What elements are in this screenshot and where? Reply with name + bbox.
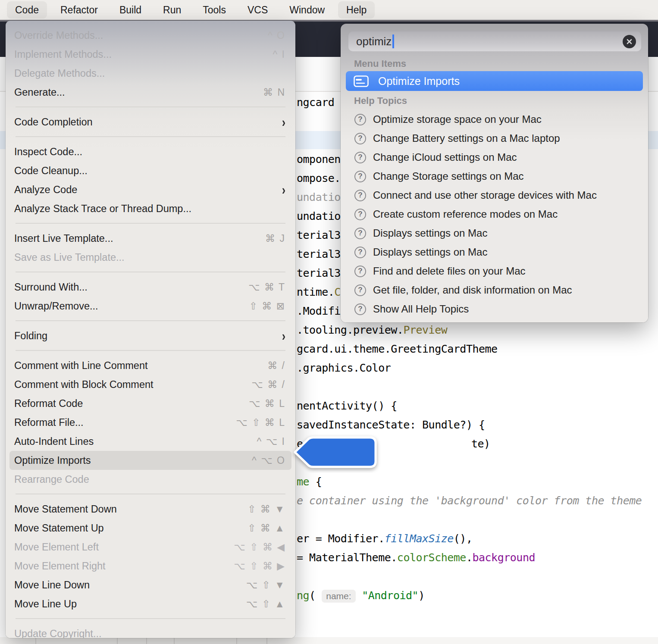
question-mark-icon: ? <box>354 133 366 144</box>
menu-item-code-completion[interactable]: Code Completion› <box>9 113 291 131</box>
menu-item-shortcut: ⇧ ⌘ ▲ <box>248 522 285 534</box>
menubar-item-build[interactable]: Build <box>111 1 150 19</box>
help-topic-find-and-delete-files-on-your-mac[interactable]: ?Find and delete files on your Mac <box>341 262 648 281</box>
menu-item-move-statement-down[interactable]: Move Statement Down⇧ ⌘ ▼ <box>9 500 291 519</box>
menu-item-generate[interactable]: Generate...⌘ N <box>9 83 291 102</box>
menubar-item-refactor[interactable]: Refactor <box>52 1 106 19</box>
menu-bar: CodeRefactorBuildRunToolsVCSWindowHelp <box>0 0 658 20</box>
help-topic-label: Displays settings on Mac <box>373 227 487 239</box>
menu-item-move-element-right: Move Element Right⌥ ⇧ ⌘ ▶ <box>9 556 291 575</box>
clear-search-button[interactable] <box>623 35 636 48</box>
help-topic-label: Displays settings on Mac <box>373 246 487 258</box>
menu-item-shortcut: ⌥ ⇧ ▼ <box>246 579 285 591</box>
help-topic-change-icloud-settings-on-mac[interactable]: ?Change iCloud settings on Mac <box>341 148 648 167</box>
help-topic-get-file-folder-and-disk-information-on-mac[interactable]: ?Get file, folder, and disk information … <box>341 281 648 300</box>
help-topic-label: Change Storage settings on Mac <box>373 170 524 182</box>
help-topic-change-battery-settings-on-a-mac-laptop[interactable]: ?Change Battery settings on a Mac laptop <box>341 129 648 148</box>
menu-item-label: Update Copyright... <box>14 628 285 638</box>
menu-item-implement-methods: Implement Methods...^ I <box>9 45 291 64</box>
menu-item-auto-indent-lines[interactable]: Auto-Indent Lines^ ⌥ I <box>9 432 291 451</box>
menu-item-shortcut: ⌘ N <box>263 87 285 98</box>
help-topic-displays-settings-on-mac[interactable]: ?Displays settings on Mac <box>341 243 648 262</box>
menu-item-comment-with-line-comment[interactable]: Comment with Line Comment⌘ / <box>9 356 291 375</box>
menu-item-analyze-stack-trace-or-thread-dump[interactable]: Analyze Stack Trace or Thread Dump... <box>9 199 291 218</box>
menu-item-shortcut: ⌘ J <box>265 233 285 244</box>
menu-item-code-cleanup[interactable]: Code Cleanup... <box>9 161 291 180</box>
menu-item-reformat-code[interactable]: Reformat Code⌥ ⌘ L <box>9 394 291 413</box>
menu-separator <box>16 136 285 137</box>
menubar-item-tools[interactable]: Tools <box>194 1 234 19</box>
menu-item-update-copyright: Update Copyright... <box>9 624 291 638</box>
menu-separator <box>16 272 285 272</box>
menu-item-rearrange-code: Rearrange Code <box>9 470 291 489</box>
question-mark-icon: ? <box>354 152 366 163</box>
menu-item-move-element-left: Move Element Left⌥ ⇧ ⌘ ◀ <box>9 538 291 556</box>
menu-item-comment-with-block-comment[interactable]: Comment with Block Comment⌥ ⌘ / <box>9 375 291 394</box>
callout-arrow <box>288 431 383 473</box>
menu-item-label: Rearrange Code <box>14 474 285 485</box>
menu-item-unwrap-remove[interactable]: Unwrap/Remove...⇧ ⌘ ⊠ <box>9 297 291 316</box>
menu-item-analyze-code[interactable]: Analyze Code› <box>9 180 291 199</box>
help-search-input[interactable]: optimiz <box>348 31 641 51</box>
menu-item-shortcut: ⌥ ⇧ ⌘ L <box>236 417 285 428</box>
menu-item-label: Insert Live Template... <box>14 233 265 244</box>
menu-item-inspect-code[interactable]: Inspect Code... <box>9 142 291 161</box>
help-topic-label: Change Battery settings on a Mac laptop <box>373 132 560 144</box>
menu-item-folding[interactable]: Folding› <box>9 326 291 345</box>
code-line: = MaterialTheme.colorScheme.background <box>297 551 535 565</box>
code-line: te) <box>471 437 490 451</box>
question-mark-icon: ? <box>354 247 366 258</box>
menu-item-label: Move Statement Up <box>14 522 248 534</box>
menu-item-override-methods: Override Methods...^ O <box>9 26 291 45</box>
submenu-chevron-icon: › <box>282 182 285 197</box>
menu-item-label: Move Element Left <box>14 541 234 553</box>
menu-item-delegate-methods: Delegate Methods... <box>9 64 291 83</box>
help-topic-label: Show All Help Topics <box>373 303 469 315</box>
menu-item-label: Reformat Code <box>14 398 249 410</box>
menu-separator <box>16 494 285 494</box>
menubar-item-vcs[interactable]: VCS <box>239 1 276 19</box>
help-topic-change-storage-settings-on-mac[interactable]: ?Change Storage settings on Mac <box>341 167 648 186</box>
menu-item-label: Delegate Methods... <box>14 68 285 79</box>
code-line: gcard.ui.theme.GreetingCardTheme <box>297 342 498 356</box>
question-mark-icon: ? <box>354 303 366 315</box>
code-line: omponen <box>297 153 341 166</box>
help-topic-connect-and-use-other-storage-devices-with-mac[interactable]: ?Connect and use other storage devices w… <box>341 186 648 205</box>
help-topic-label: Create custom reference modes on Mac <box>373 208 558 220</box>
code-line: savedInstanceState: Bundle?) { <box>297 418 485 432</box>
code-line: ntime.C <box>297 285 341 299</box>
menu-item-move-line-down[interactable]: Move Line Down⌥ ⇧ ▼ <box>9 575 291 594</box>
menubar-item-run[interactable]: Run <box>155 1 189 19</box>
help-topic-create-custom-reference-modes-on-mac[interactable]: ?Create custom reference modes on Mac <box>341 205 648 224</box>
code-line: e container using the 'background' color… <box>297 494 642 508</box>
menu-item-label: Surround With... <box>14 281 248 293</box>
help-topic-show-all-help-topics[interactable]: ?Show All Help Topics <box>341 300 648 319</box>
menu-item-surround-with[interactable]: Surround With...⌥ ⌘ T <box>9 278 291 297</box>
menu-item-insert-live-template[interactable]: Insert Live Template...⌘ J <box>9 229 291 248</box>
menu-item-shortcut: ⌥ ⌘ / <box>251 379 285 391</box>
menu-item-shortcut: ^ ⌥ O <box>252 455 285 466</box>
menu-separator <box>16 618 285 619</box>
menu-item-move-line-up[interactable]: Move Line Up⌥ ⇧ ▲ <box>9 594 291 613</box>
search-result-optimize-imports[interactable]: Optimize Imports <box>346 71 643 91</box>
menubar-item-window[interactable]: Window <box>281 1 333 19</box>
menu-item-shortcut: ^ ⌥ I <box>257 436 285 447</box>
menu-item-icon <box>354 75 369 87</box>
menu-item-reformat-file[interactable]: Reformat File...⌥ ⇧ ⌘ L <box>9 413 291 432</box>
menu-item-move-statement-up[interactable]: Move Statement Up⇧ ⌘ ▲ <box>9 519 291 538</box>
code-line: nentActivity() { <box>297 399 397 413</box>
code-line: terial3 <box>297 266 341 280</box>
help-topic-label: Connect and use other storage devices wi… <box>373 189 597 201</box>
menubar-item-help[interactable]: Help <box>338 1 375 19</box>
menubar-item-code[interactable]: Code <box>7 1 47 19</box>
menu-item-shortcut: ⌥ ⇧ ⌘ ▶ <box>234 560 285 572</box>
menu-item-shortcut: ⇧ ⌘ ▼ <box>248 503 285 515</box>
code-line: ngcard <box>297 96 334 109</box>
code-line: .graphics.Color <box>297 361 391 375</box>
menu-separator <box>16 106 285 107</box>
menu-item-optimize-imports[interactable]: Optimize Imports^ ⌥ O <box>9 451 291 470</box>
help-topic-optimize-storage-space-on-your-mac[interactable]: ?Optimize storage space on your Mac <box>341 110 648 129</box>
help-topic-displays-settings-on-mac[interactable]: ?Displays settings on Mac <box>341 224 648 243</box>
menu-item-shortcut: ⌥ ⇧ ⌘ ◀ <box>234 541 285 553</box>
close-icon <box>626 38 633 45</box>
